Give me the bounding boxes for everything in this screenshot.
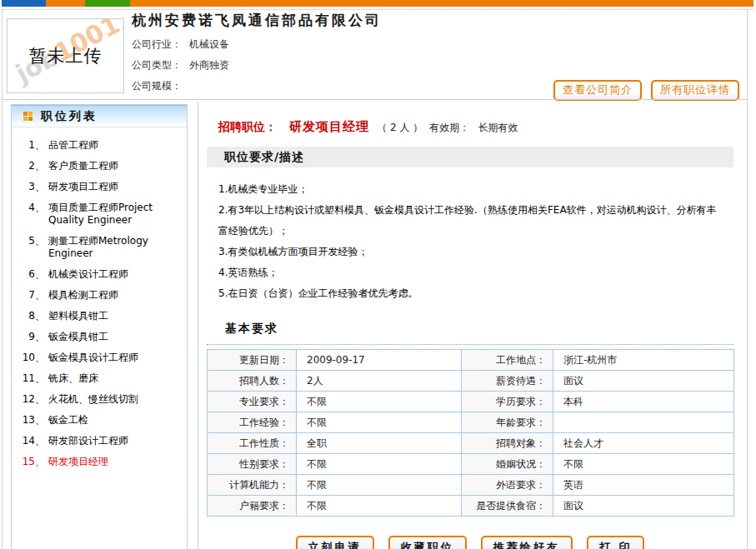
company-name: 杭州安费诺飞凤通信部品有限公司 [132, 11, 382, 30]
header-buttons: 查看公司简介 所有职位详情 [553, 80, 739, 101]
headcount-value: 2人 [297, 371, 462, 392]
salary-value: 面议 [553, 371, 734, 392]
job-list-item-14[interactable]: 14、研发部设计工程师 [12, 431, 187, 452]
update-date-label: 更新日期： [208, 350, 297, 371]
save-job-button[interactable]: 收藏职位 [388, 536, 467, 549]
company-industry-value: 机械设备 [189, 38, 229, 50]
top-color-bar [2, 0, 753, 7]
view-company-profile-button[interactable]: 查看公司简介 [553, 80, 642, 101]
job-list-item-2[interactable]: 2、客户质量工程师 [12, 156, 187, 177]
logo-placeholder-text: 暂未上传LOGO [8, 19, 123, 93]
page-left-border [2, 9, 3, 549]
job-list-item-5[interactable]: 5、测量工程师Metrology Engineer [12, 231, 187, 264]
recruit-target-label: 招聘对象： [462, 433, 553, 454]
job-nature-label: 工作性质： [208, 433, 297, 454]
table-row: 性别要求： 不限 婚姻状况： 不限 [208, 454, 734, 475]
age-req-label: 年龄要求： [462, 412, 553, 433]
job-list-item-9[interactable]: 9、钣金模具钳工 [12, 327, 187, 347]
column-divider [198, 102, 198, 549]
job-list-title: 职位列表 [41, 109, 98, 124]
job-list-item-6[interactable]: 6、机械类设计工程师 [12, 264, 187, 285]
job-list-item-3[interactable]: 3、研发项目工程师 [12, 177, 187, 197]
job-list-item-12[interactable]: 12、火花机、慢丝线切割 [12, 389, 187, 410]
gender-req-label: 性别要求： [208, 454, 297, 475]
basic-requirements-title: 基本要求 [207, 322, 733, 345]
marital-status-value: 不限 [553, 454, 734, 475]
job-list-item-8[interactable]: 8、塑料模具钳工 [12, 306, 187, 327]
marital-status-label: 婚姻状况： [462, 454, 553, 475]
residency-req-value: 不限 [297, 496, 462, 517]
header-divider [2, 99, 748, 100]
foreign-language-label: 外语要求： [462, 475, 553, 496]
experience-req-value: 不限 [297, 412, 462, 433]
job-list-item-4[interactable]: 4、项目质量工程师Project Quality Engineer [12, 197, 187, 231]
action-buttons: 立刻申请 收藏职位 推荐给好友 打 印 [207, 536, 733, 549]
description-line-2: 2.有3年以上结构设计或塑料模具、钣金模具设计工作经验.（熟练使用相关FEA软件… [218, 200, 725, 242]
work-location-value: 浙江-杭州市 [553, 350, 734, 371]
education-req-value: 本科 [553, 392, 734, 412]
table-row: 专业要求： 不限 学历要求： 本科 [208, 392, 734, 412]
company-size-row: 公司规模： [132, 79, 229, 100]
topbar-orange-segment-long [130, 0, 753, 7]
job-headcount: （ 2 人 ） [377, 122, 423, 133]
all-jobs-detail-button[interactable]: 所有职位详情 [651, 80, 739, 101]
computer-skill-label: 计算机能力： [208, 475, 297, 496]
description-line-4: 4.英语熟练； [218, 262, 725, 283]
education-req-label: 学历要求： [462, 392, 553, 412]
top-dotted-divider [2, 9, 753, 10]
job-requirements-section-title: 职位要求/描述 [207, 147, 733, 167]
update-date-value: 2009-09-17 [297, 350, 462, 371]
company-type-label: 公司类型： [132, 59, 182, 71]
job-description: 1.机械类专业毕业； 2.有3年以上结构设计或塑料模具、钣金模具设计工作经验.（… [207, 167, 733, 304]
company-type-row: 公司类型：外商独资 [132, 58, 229, 79]
major-req-label: 专业要求： [208, 392, 297, 412]
company-info: 公司行业：机械设备 公司类型：外商独资 公司规模： [132, 37, 229, 100]
description-line-5: 5.在日资（台资）企业工作经验者优先考虑。 [218, 283, 725, 304]
topbar-blue-segment [2, 0, 46, 7]
description-line-1: 1.机械类专业毕业； [218, 179, 725, 200]
print-button[interactable]: 打 印 [587, 536, 645, 549]
job-list-panel: 职位列表 1、品管工程师 2、客户质量工程师 3、研发项目工程师 4、项目质量工… [11, 104, 188, 549]
job-list-item-10[interactable]: 10、钣金模具设计工程师 [12, 347, 187, 368]
board-lodging-value: 面议 [553, 496, 734, 517]
table-row: 更新日期： 2009-09-17 工作地点： 浙江-杭州市 [208, 350, 734, 371]
page: job1001.com 暂未上传LOGO 杭州安费诺飞凤通信部品有限公司 公司行… [0, 0, 756, 549]
table-row: 工作性质： 全职 招聘对象： 社会人才 [208, 433, 734, 454]
grid-icon [23, 112, 33, 121]
job-list-header: 职位列表 [12, 105, 187, 127]
computer-skill-value: 不限 [297, 475, 462, 496]
job-list-item-15-selected[interactable]: 15、研发项目经理 [12, 452, 187, 472]
company-industry-row: 公司行业：机械设备 [132, 37, 229, 58]
table-row: 招聘人数： 2人 薪资待遇： 面议 [208, 371, 734, 392]
job-title: 研发项目经理 [289, 119, 369, 134]
job-list: 1、品管工程师 2、客户质量工程师 3、研发项目工程师 4、项目质量工程师Pro… [12, 127, 187, 472]
job-list-item-7[interactable]: 7、模具检测工程师 [12, 285, 187, 306]
page-right-border [747, 9, 748, 549]
major-req-value: 不限 [297, 392, 462, 412]
table-row: 户籍要求： 不限 是否提供食宿： 面议 [208, 496, 734, 517]
age-req-value [553, 412, 734, 433]
company-logo-placeholder: job1001.com 暂未上传LOGO [7, 18, 124, 93]
headcount-label: 招聘人数： [208, 371, 297, 392]
company-industry-label: 公司行业： [132, 38, 182, 50]
gender-req-value: 不限 [297, 454, 462, 475]
topbar-green-segment [85, 0, 130, 7]
foreign-language-value: 英语 [553, 475, 734, 496]
job-detail-panel: 招聘职位： 研发项目经理 （ 2 人 ） 有效期： 长期有效 职位要求/描述 1… [207, 104, 733, 549]
job-header: 招聘职位： 研发项目经理 （ 2 人 ） 有效期： 长期有效 [207, 104, 733, 135]
recruit-position-label: 招聘职位： [218, 120, 277, 133]
recommend-to-friend-button[interactable]: 推荐给好友 [481, 536, 573, 549]
job-nature-value: 全职 [297, 433, 462, 454]
validity-value: 长期有效 [478, 122, 518, 133]
company-size-label: 公司规模： [132, 80, 182, 92]
description-line-3: 3.有类似机械方面项目开发经验； [218, 242, 725, 262]
job-list-item-11[interactable]: 11、铣床、磨床 [12, 368, 187, 389]
job-list-item-1[interactable]: 1、品管工程师 [12, 135, 187, 156]
board-lodging-label: 是否提供食宿： [462, 496, 553, 517]
job-list-item-13[interactable]: 13、钣金工检 [12, 410, 187, 431]
company-type-value: 外商独资 [189, 59, 229, 71]
experience-req-label: 工作经验： [208, 412, 297, 433]
apply-now-button[interactable]: 立刻申请 [296, 536, 374, 549]
work-location-label: 工作地点： [462, 350, 553, 371]
residency-req-label: 户籍要求： [208, 496, 297, 517]
